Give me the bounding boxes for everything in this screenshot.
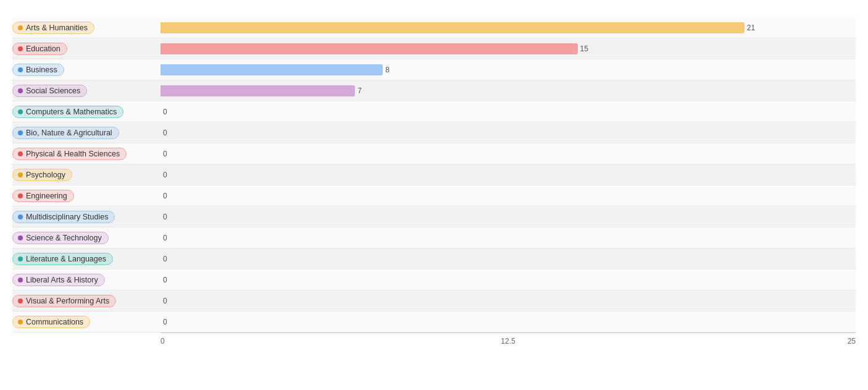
dot-icon — [18, 193, 23, 198]
bar-row: Multidisciplinary Studies0 — [12, 206, 856, 227]
label-pill: Multidisciplinary Studies — [12, 211, 115, 223]
bar-container: 0 — [161, 211, 856, 223]
bar-label-wrap: Engineering — [12, 190, 161, 202]
bar-value-label: 0 — [163, 255, 167, 263]
bar-row: Social Sciences7 — [12, 80, 856, 101]
bar-label-text: Business — [26, 66, 57, 74]
label-pill: Literature & Languages — [12, 253, 113, 265]
bar-label-text: Bio, Nature & Agricultural — [26, 129, 112, 137]
bar-row: Education15 — [12, 38, 856, 59]
label-pill: Psychology — [12, 169, 72, 181]
bar-row: Visual & Performing Arts0 — [12, 290, 856, 312]
dot-icon — [18, 25, 23, 30]
bar-label-wrap: Computers & Mathematics — [12, 106, 161, 118]
bar-row: Psychology0 — [12, 164, 856, 185]
bar-label-wrap: Education — [12, 43, 161, 55]
bar-row: Bio, Nature & Agricultural0 — [12, 122, 856, 143]
label-pill: Education — [12, 43, 67, 55]
bar-container: 0 — [161, 232, 856, 244]
bar-value-label: 21 — [747, 23, 755, 32]
bar-value-label: 0 — [163, 192, 167, 200]
bar-container: 0 — [161, 295, 856, 307]
bar-row: Engineering0 — [12, 185, 856, 206]
bar-label-text: Arts & Humanities — [26, 23, 88, 32]
bar-label-text: Visual & Performing Arts — [26, 297, 109, 305]
bar-label-wrap: Science & Technology — [12, 232, 161, 244]
bar-value-label: 0 — [163, 234, 167, 242]
dot-icon — [18, 320, 23, 324]
bar-row: Communications0 — [12, 312, 856, 333]
bar-container: 0 — [161, 253, 856, 265]
bar-row: Arts & Humanities21 — [12, 17, 856, 38]
label-pill: Science & Technology — [12, 232, 109, 244]
bar-label-text: Literature & Languages — [26, 255, 106, 263]
bar-container: 21 — [161, 22, 856, 34]
bar-label-text: Communications — [26, 318, 83, 326]
bar-value-label: 15 — [580, 45, 588, 53]
bar-label-text: Engineering — [26, 192, 67, 200]
bar-label-wrap: Liberal Arts & History — [12, 274, 161, 286]
dot-icon — [18, 88, 23, 93]
bar-label-wrap: Arts & Humanities — [12, 22, 161, 34]
bar-container: 0 — [161, 148, 856, 160]
bar-container: 0 — [161, 169, 856, 181]
bar-value-label: 0 — [163, 129, 167, 137]
label-pill: Business — [12, 64, 64, 76]
bar-label-wrap: Business — [12, 64, 161, 76]
label-pill: Visual & Performing Arts — [12, 295, 116, 307]
bar-label-text: Education — [26, 45, 61, 53]
bar-label-wrap: Literature & Languages — [12, 253, 161, 265]
dot-icon — [18, 278, 23, 282]
bar-label-text: Computers & Mathematics — [26, 108, 117, 116]
bar-container: 8 — [161, 64, 856, 76]
bar-label-text: Social Sciences — [26, 87, 80, 95]
bar-container: 7 — [161, 85, 856, 97]
bar-row: Physical & Health Sciences0 — [12, 143, 856, 164]
label-pill: Liberal Arts & History — [12, 274, 105, 286]
dot-icon — [18, 214, 23, 219]
bar-fill: 7 — [161, 85, 355, 96]
dot-icon — [18, 46, 23, 51]
bar-label-wrap: Psychology — [12, 169, 161, 181]
dot-icon — [18, 67, 23, 72]
bar-value-label: 0 — [163, 150, 167, 158]
bar-value-label: 0 — [163, 213, 167, 221]
bar-label-wrap: Physical & Health Sciences — [12, 148, 161, 160]
chart-area: Arts & Humanities21Education15Business8S… — [12, 17, 856, 333]
bar-container: 15 — [161, 43, 856, 55]
bar-label-text: Multidisciplinary Studies — [26, 213, 108, 221]
bar-label-wrap: Social Sciences — [12, 85, 161, 97]
bar-label-wrap: Multidisciplinary Studies — [12, 211, 161, 223]
bar-label-wrap: Visual & Performing Arts — [12, 295, 161, 307]
bar-value-label: 0 — [163, 318, 167, 326]
bar-value-label: 0 — [163, 297, 167, 305]
bar-label-text: Psychology — [26, 171, 65, 179]
bar-label-text: Physical & Health Sciences — [26, 150, 120, 158]
bar-container: 0 — [161, 274, 856, 286]
dot-icon — [18, 172, 23, 177]
bar-label-wrap: Bio, Nature & Agricultural — [12, 127, 161, 139]
bar-container: 0 — [161, 316, 856, 328]
bar-row: Literature & Languages0 — [12, 248, 856, 269]
bar-fill: 15 — [161, 43, 578, 54]
bar-value-label: 0 — [163, 276, 167, 284]
bar-row: Liberal Arts & History0 — [12, 269, 856, 290]
label-pill: Computers & Mathematics — [12, 106, 123, 118]
bar-value-label: 0 — [163, 108, 167, 116]
bar-label-text: Science & Technology — [26, 234, 102, 242]
x-axis-tick: 25 — [624, 337, 856, 345]
bar-container: 0 — [161, 106, 856, 118]
x-axis-tick: 0 — [161, 337, 392, 345]
bar-label-text: Liberal Arts & History — [26, 276, 98, 284]
bar-value-label: 7 — [357, 87, 362, 95]
label-pill: Bio, Nature & Agricultural — [12, 127, 119, 139]
bar-container: 0 — [161, 190, 856, 202]
bar-fill: 21 — [161, 22, 745, 33]
dot-icon — [18, 151, 23, 156]
bar-value-label: 8 — [385, 66, 390, 74]
x-axis-tick: 12.5 — [392, 337, 624, 345]
label-pill: Communications — [12, 316, 90, 328]
dot-icon — [18, 256, 23, 261]
label-pill: Physical & Health Sciences — [12, 148, 127, 160]
dot-icon — [18, 109, 23, 114]
